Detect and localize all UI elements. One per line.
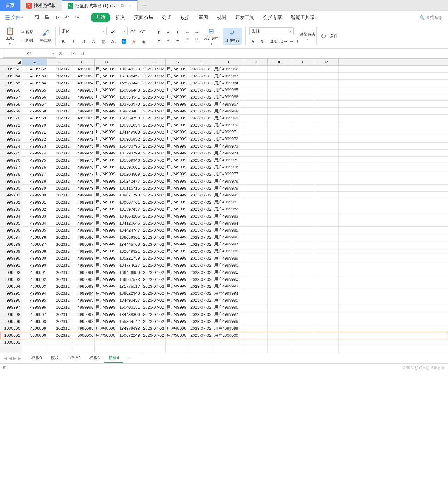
- table-row[interactable]: 99996849999672023124999967用户499991337639…: [0, 101, 448, 108]
- table-row[interactable]: 99998149999802023124999980用户499991886717…: [0, 192, 448, 199]
- cell[interactable]: 202312: [47, 325, 71, 332]
- cell[interactable]: [244, 66, 268, 72]
- cell[interactable]: [315, 115, 339, 121]
- cell[interactable]: 用户49999: [95, 241, 118, 248]
- table-row[interactable]: 99999449999932023124999993用户499991317751…: [0, 283, 448, 290]
- font-style-button[interactable]: Aₐ: [110, 38, 117, 45]
- cell[interactable]: 2023-07-02: [142, 87, 166, 94]
- cell[interactable]: [244, 213, 268, 220]
- cell[interactable]: 202312: [47, 66, 71, 72]
- cell[interactable]: 2023-07-02: [142, 101, 166, 107]
- cell[interactable]: 158624401: [118, 108, 142, 114]
- cell[interactable]: 2023-07-02: [142, 143, 166, 149]
- cell[interactable]: [268, 164, 291, 171]
- cell[interactable]: 用户49999: [166, 150, 189, 156]
- cell[interactable]: 用户49999: [95, 290, 118, 297]
- cell[interactable]: [291, 269, 315, 275]
- cell[interactable]: [291, 129, 315, 136]
- cell[interactable]: [268, 185, 291, 191]
- copy-button[interactable]: ⎘复制: [21, 37, 34, 44]
- cell[interactable]: 用户49999: [95, 192, 118, 198]
- cell[interactable]: [291, 122, 315, 129]
- cell[interactable]: [315, 241, 339, 248]
- cell[interactable]: 用户49999: [95, 171, 118, 178]
- cell[interactable]: 4999985: [71, 227, 95, 233]
- cell[interactable]: 2023-07-02: [142, 234, 166, 241]
- cell[interactable]: 2023-07-02: [189, 199, 213, 206]
- select-all-corner[interactable]: ◢: [0, 59, 22, 65]
- cell[interactable]: [268, 269, 291, 275]
- cell[interactable]: [315, 290, 339, 297]
- ribbon-tab-review[interactable]: 审阅: [195, 13, 211, 22]
- cell[interactable]: 2023-07-02: [142, 304, 166, 311]
- cell[interactable]: 4999997: [22, 311, 47, 318]
- cell[interactable]: [268, 325, 291, 332]
- col-header-H[interactable]: H: [189, 59, 213, 65]
- cell[interactable]: 202312: [47, 255, 71, 262]
- file-menu[interactable]: ☰ 文件 ▾: [3, 13, 26, 22]
- cell[interactable]: 用户49999: [166, 283, 189, 290]
- cell[interactable]: 2023-07-02: [142, 311, 166, 318]
- cell[interactable]: 用户4999993: [213, 283, 244, 290]
- cell[interactable]: [315, 199, 339, 206]
- cell[interactable]: [268, 171, 291, 178]
- cell[interactable]: 用户4999972: [213, 136, 244, 142]
- cell[interactable]: [291, 199, 315, 206]
- table-row[interactable]: 99999949999982023124999998用户499991558641…: [0, 318, 448, 325]
- cell[interactable]: 2023-07-02: [189, 269, 213, 275]
- sheet-tab-0[interactable]: 模板0: [27, 353, 46, 363]
- cell[interactable]: 2023-07-02: [142, 283, 166, 290]
- table-row[interactable]: 99997549999742023124999974用户499991817937…: [0, 150, 448, 157]
- cell[interactable]: 用户4999973: [213, 143, 244, 149]
- sheet-tab-1[interactable]: 模板1: [46, 353, 66, 363]
- cell[interactable]: 4999990: [71, 262, 95, 269]
- table-row[interactable]: 99996349999622023124999962用户499991302401…: [0, 66, 448, 73]
- cell[interactable]: 2023-07-02: [142, 206, 166, 213]
- cell[interactable]: 202312: [47, 220, 71, 226]
- cell[interactable]: 2023-07-02: [142, 150, 166, 156]
- cell[interactable]: 4999975: [71, 157, 95, 163]
- cell[interactable]: 用户4999966: [213, 94, 244, 100]
- cell[interactable]: 4999971: [22, 129, 47, 136]
- italic-button[interactable]: I: [69, 38, 77, 45]
- cell[interactable]: 用户49999: [95, 73, 118, 79]
- cell[interactable]: [47, 346, 71, 353]
- row-number[interactable]: 999965: [0, 80, 22, 86]
- cell[interactable]: 166554798: [118, 115, 142, 121]
- cell[interactable]: 4999987: [22, 241, 47, 248]
- font-select[interactable]: 宋体▾: [59, 27, 107, 35]
- ribbon-tab-layout[interactable]: 页面布局: [131, 13, 156, 22]
- tab-add-button[interactable]: +: [138, 0, 150, 11]
- cell[interactable]: 用户49999: [95, 178, 118, 184]
- cell[interactable]: 185221739: [118, 255, 142, 262]
- redo-icon[interactable]: ↷: [73, 13, 81, 22]
- cell[interactable]: [268, 213, 291, 220]
- cell[interactable]: 4999977: [71, 171, 95, 178]
- cancel-icon[interactable]: ⊗: [59, 51, 68, 56]
- cell[interactable]: 2023-07-02: [189, 276, 213, 283]
- cell[interactable]: [315, 129, 339, 136]
- cell[interactable]: 2023-07-02: [189, 115, 213, 121]
- cell[interactable]: 2023-07-02: [142, 171, 166, 178]
- cell[interactable]: [244, 164, 268, 171]
- cell[interactable]: 202312: [47, 94, 71, 100]
- print-icon[interactable]: 🖶: [42, 13, 51, 22]
- cell[interactable]: [47, 339, 71, 346]
- row-number[interactable]: 999975: [0, 150, 22, 156]
- cell[interactable]: 155864142: [118, 318, 142, 325]
- cell[interactable]: [268, 241, 291, 248]
- row-number[interactable]: 999990: [0, 255, 22, 262]
- cell[interactable]: [244, 255, 268, 262]
- cell[interactable]: [142, 339, 166, 346]
- table-row[interactable]: 99998049999792023124999979用户499991801157…: [0, 185, 448, 192]
- cell[interactable]: 2023-07-02: [189, 206, 213, 213]
- cell[interactable]: 150866448: [118, 87, 142, 94]
- cell[interactable]: 用户49999: [166, 192, 189, 198]
- cell[interactable]: [244, 248, 268, 255]
- cell[interactable]: [22, 346, 47, 353]
- table-row[interactable]: 99998349999822023124999982用户499991313974…: [0, 206, 448, 213]
- cell[interactable]: [315, 346, 339, 353]
- cell[interactable]: 4999974: [22, 150, 47, 156]
- table-row[interactable]: 99998449999832023124999983用户499991846642…: [0, 213, 448, 220]
- cell[interactable]: 用户49999: [95, 206, 118, 213]
